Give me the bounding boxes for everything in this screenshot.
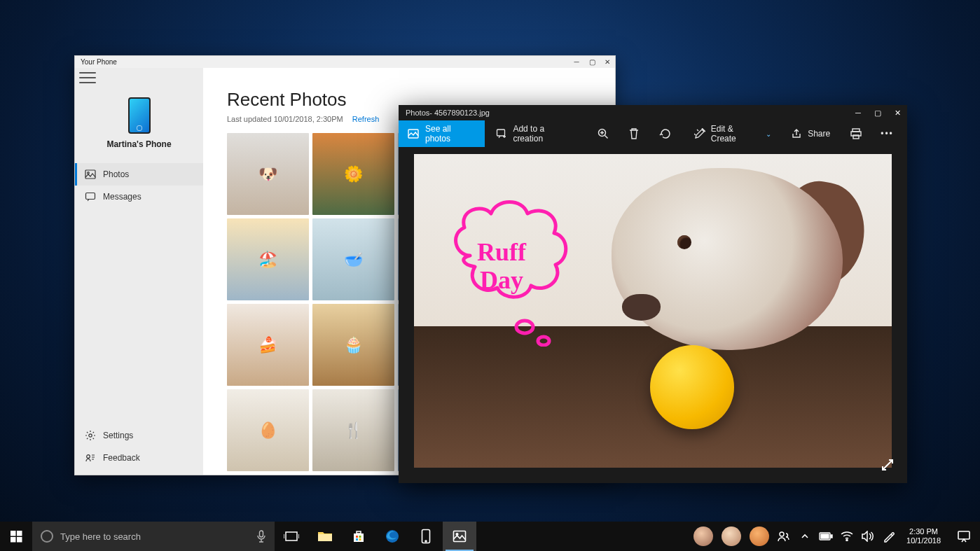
svg-rect-6 (497, 130, 505, 136)
more-button[interactable]: ••• (873, 120, 902, 147)
hamburger-icon[interactable] (79, 72, 96, 83)
close-button[interactable]: ✕ (888, 105, 907, 120)
photos-titlebar[interactable]: Photos- 4567890123.jpg ─ ▢ ✕ (399, 105, 907, 120)
svg-point-25 (425, 540, 427, 542)
print-button[interactable] (841, 120, 870, 147)
photo-collection-icon (407, 127, 420, 140)
sidebar-item-photos[interactable]: Photos (75, 163, 203, 186)
svg-point-32 (846, 540, 848, 541)
edit-create-button[interactable]: Edit & Create ⌄ (686, 120, 780, 147)
photo-canvas[interactable]: Ruff Day (414, 154, 892, 468)
photo-content-dog (563, 154, 892, 468)
your-phone-title: Your Phone (81, 58, 117, 66)
svg-point-27 (456, 533, 458, 536)
sidebar-item-label: Photos (103, 169, 129, 179)
more-icon: ••• (881, 129, 894, 139)
zoom-icon (597, 127, 609, 140)
close-button[interactable]: ✕ (600, 56, 615, 68)
delete-button[interactable] (620, 120, 649, 147)
svg-rect-31 (821, 534, 829, 538)
photo-thumbnail[interactable]: 🌼 (312, 133, 394, 215)
edit-icon (694, 128, 705, 139)
add-to-creation-label: Add to a creation (513, 124, 574, 144)
photo-thumbnail[interactable]: 🍰 (227, 304, 309, 386)
svg-rect-20 (359, 536, 361, 538)
sidebar-item-messages[interactable]: Messages (75, 186, 203, 208)
tray-chevron-button[interactable] (794, 522, 815, 551)
sidebar-item-feedback[interactable]: Feedback (75, 447, 203, 469)
search-box[interactable]: Type here to search (32, 522, 275, 551)
share-button[interactable]: Share (782, 120, 838, 147)
battery-icon[interactable] (815, 522, 836, 551)
svg-rect-33 (958, 531, 969, 539)
photo-thumbnail[interactable]: 🥚 (227, 389, 309, 471)
mic-icon[interactable] (256, 530, 266, 543)
zoom-button[interactable] (588, 120, 617, 147)
photos-viewer-window: Photos- 4567890123.jpg ─ ▢ ✕ See all pho… (399, 105, 907, 483)
action-center-button[interactable] (948, 522, 980, 551)
annotation-text-2: Day (477, 266, 526, 294)
svg-point-11 (516, 321, 533, 333)
svg-point-1 (88, 172, 90, 174)
svg-point-4 (87, 455, 90, 459)
pinned-contact[interactable] (693, 526, 713, 546)
sidebar-item-label: Messages (103, 192, 142, 202)
refresh-link[interactable]: Refresh (352, 115, 380, 123)
cortana-icon (41, 530, 53, 543)
see-all-photos-button[interactable]: See all photos (399, 120, 485, 147)
svg-rect-21 (356, 538, 358, 540)
messages-icon (85, 191, 96, 202)
phone-device-icon (128, 97, 151, 134)
your-phone-sidebar: Martina's Phone Photos Messages (75, 68, 203, 475)
sidebar-item-settings[interactable]: Settings (75, 424, 203, 447)
your-phone-taskbar-button[interactable] (409, 522, 443, 551)
edge-browser-button[interactable] (375, 522, 409, 551)
print-icon (850, 127, 862, 140)
share-icon (791, 128, 802, 139)
start-button[interactable] (0, 522, 32, 551)
wifi-icon[interactable] (836, 522, 857, 551)
svg-point-28 (780, 532, 784, 536)
minimize-button[interactable]: ─ (848, 105, 868, 120)
photo-thumbnail[interactable]: 🧁 (312, 304, 394, 386)
fullscreen-button[interactable] (879, 456, 896, 473)
svg-rect-22 (359, 538, 361, 540)
clock-time: 2:30 PM (906, 527, 941, 536)
clock-button[interactable]: 2:30 PM 10/1/2018 (899, 527, 948, 545)
photo-thumbnail[interactable]: 🏖️ (227, 218, 309, 300)
feedback-icon (85, 452, 96, 463)
your-phone-titlebar[interactable]: Your Phone ─ ▢ ✕ (75, 56, 615, 68)
photos-app-taskbar-button[interactable] (443, 522, 476, 551)
edit-create-label: Edit & Create (711, 124, 759, 144)
svg-rect-19 (356, 536, 358, 538)
ink-workspace-icon[interactable] (878, 522, 899, 551)
svg-rect-17 (260, 531, 263, 537)
add-to-creation-button[interactable]: Add to a creation (488, 120, 583, 147)
trash-icon (628, 127, 640, 140)
pinned-contact[interactable] (722, 526, 741, 546)
photo-thumbnail[interactable]: 🍴 (312, 389, 394, 471)
people-button[interactable] (773, 522, 794, 551)
file-explorer-button[interactable] (308, 522, 342, 551)
svg-rect-14 (17, 531, 22, 536)
photo-thumbnail[interactable]: 🥣 (312, 218, 394, 300)
volume-icon[interactable] (857, 522, 878, 551)
phone-name-label: Martina's Phone (75, 139, 203, 149)
svg-rect-16 (17, 537, 22, 543)
maximize-button[interactable]: ▢ (868, 105, 888, 120)
rotate-icon (659, 127, 672, 140)
chevron-down-icon: ⌄ (766, 130, 771, 138)
photo-thumbnail[interactable]: 🐶 (227, 133, 309, 215)
microsoft-store-button[interactable] (342, 522, 375, 551)
maximize-button[interactable]: ▢ (584, 56, 600, 68)
task-view-button[interactable] (275, 522, 308, 551)
gear-icon (85, 430, 96, 441)
svg-rect-26 (454, 531, 466, 542)
pinned-contact[interactable] (750, 526, 769, 546)
last-updated-label: Last updated 10/01/2018, 2:30PM (227, 115, 343, 123)
svg-point-3 (89, 434, 92, 437)
rotate-button[interactable] (651, 120, 680, 147)
add-creation-icon (496, 128, 507, 139)
minimize-button[interactable]: ─ (569, 56, 584, 68)
clock-date: 10/1/2018 (906, 536, 941, 545)
